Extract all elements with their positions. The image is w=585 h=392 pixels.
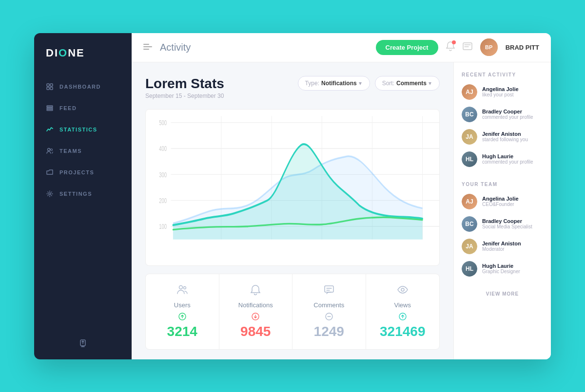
activity-item: AJ Angelina Jolie liked your post — [462, 84, 543, 100]
logo: DIONE — [34, 33, 132, 71]
content-area: Lorem Stats September 15 - September 30 … — [132, 62, 551, 359]
page-title: Activity — [160, 42, 376, 53]
sidebar-item-teams[interactable]: Teams — [34, 140, 132, 162]
team-role: Social Media Specialist — [482, 224, 532, 229]
activity-action: starded following you — [482, 137, 528, 142]
views-stat-icon — [397, 284, 409, 299]
sidebar-right: Recent Activity AJ Angelina Jolie liked … — [453, 62, 551, 359]
sort-value: Comments — [396, 80, 427, 87]
svg-rect-2 — [47, 87, 49, 90]
menu-icon[interactable] — [143, 42, 152, 53]
sidebar-item-projects[interactable]: Projects — [34, 162, 132, 183]
svg-text:300: 300 — [159, 170, 167, 179]
team-name: Angelina Jolie — [482, 196, 519, 202]
team-text: Angelina Jolie CEO&Founder — [482, 196, 519, 207]
stat-cards: Users 3214 — [145, 274, 440, 350]
team-text: Jenifer Aniston Moderator — [482, 241, 521, 252]
team-text: Hugh Laurie Graphic Designer — [482, 263, 520, 274]
avatar: AJ — [462, 194, 477, 209]
team-name: Bradley Cooper — [482, 218, 532, 224]
views-value: 321469 — [380, 324, 425, 339]
svg-point-9 — [49, 193, 51, 195]
folder-icon — [46, 168, 54, 176]
sidebar-item-label: Feed — [59, 105, 77, 111]
grid-icon — [46, 83, 54, 91]
team-section: Your Team AJ Angelina Jolie CEO&Founder … — [462, 182, 543, 283]
svg-text:100: 100 — [159, 223, 167, 231]
svg-text:500: 500 — [159, 118, 167, 127]
avatar: BC — [462, 107, 477, 122]
notif-stat-icon — [250, 284, 261, 299]
activity-text: Angelina Jolie liked your post — [482, 86, 519, 97]
users-icon — [46, 147, 54, 155]
view-more-button[interactable]: View More — [486, 291, 519, 297]
team-item: JA Jenifer Aniston Moderator — [462, 239, 543, 254]
create-project-button[interactable]: Create Project — [376, 40, 438, 55]
svg-rect-6 — [47, 109, 53, 111]
activity-action: liked your post — [482, 92, 519, 97]
header-actions: Create Project BP BRA — [376, 38, 540, 56]
chevron-down-icon: ▾ — [429, 80, 431, 87]
users-trend — [178, 313, 186, 322]
svg-rect-5 — [47, 107, 53, 109]
avatar: HL — [462, 151, 477, 167]
team-role: Moderator — [482, 246, 521, 252]
svg-text:400: 400 — [159, 145, 167, 153]
sidebar-item-statistics[interactable]: Statistics — [34, 119, 132, 140]
notification-bell[interactable] — [446, 41, 455, 54]
stats-title-group: Lorem Stats September 15 - September 30 — [145, 76, 298, 99]
share-icon[interactable] — [78, 339, 87, 350]
activity-action: commented your profile — [482, 159, 533, 165]
svg-rect-3 — [50, 87, 53, 90]
sidebar-nav: Dashboard Feed Statistic — [34, 71, 132, 329]
type-value: Notifications — [321, 80, 357, 87]
sidebar-item-settings[interactable]: Settings — [34, 183, 132, 205]
stat-card-users: Users 3214 — [146, 274, 219, 349]
sidebar-item-label: Teams — [59, 148, 82, 154]
recent-activity-title: Recent Activity — [462, 72, 543, 77]
sidebar-item-dashboard[interactable]: Dashboard — [34, 76, 132, 97]
svg-rect-11 — [463, 43, 472, 50]
avatar: BP — [480, 38, 498, 56]
activity-item: BC Bradley Cooper commented your profile — [462, 107, 543, 122]
team-name: Hugh Laurie — [482, 263, 520, 269]
main-area: Activity Create Project — [132, 33, 551, 359]
activity-name: Bradley Cooper — [482, 109, 533, 114]
team-role: CEO&Founder — [482, 202, 519, 207]
sidebar-item-label: Projects — [59, 169, 94, 175]
users-stat-icon — [176, 284, 188, 299]
notif-value: 9845 — [240, 324, 271, 339]
svg-text:200: 200 — [159, 196, 167, 205]
chart-icon — [46, 126, 54, 133]
sidebar-item-feed[interactable]: Feed — [34, 97, 132, 119]
svg-rect-31 — [325, 286, 333, 292]
your-team-title: Your Team — [462, 182, 543, 187]
chart-area: 500 400 300 200 100 — [145, 109, 440, 266]
user-name: BRAD PITT — [506, 44, 539, 51]
stats-header: Lorem Stats September 15 - September 30 … — [145, 76, 440, 99]
team-item: BC Bradley Cooper Social Media Specialis… — [462, 216, 543, 232]
notif-label: Notifications — [238, 301, 273, 309]
notification-dot — [452, 40, 456, 44]
team-item: AJ Angelina Jolie CEO&Founder — [462, 194, 543, 209]
team-item: HL Hugh Laurie Graphic Designer — [462, 261, 543, 277]
svg-rect-4 — [47, 106, 53, 107]
app-header: Activity Create Project — [132, 33, 551, 62]
activity-item: JA Jenifer Aniston starded following you — [462, 129, 543, 145]
sidebar-footer — [34, 329, 132, 359]
avatar: JA — [462, 239, 477, 254]
svg-point-8 — [51, 149, 53, 150]
svg-point-27 — [179, 285, 182, 289]
type-select[interactable]: Type: Notifications ▾ — [298, 76, 370, 91]
team-name: Jenifer Aniston — [482, 241, 521, 246]
svg-point-7 — [48, 148, 50, 150]
notif-trend — [252, 313, 259, 322]
message-icon[interactable] — [463, 42, 472, 53]
gear-icon — [46, 190, 54, 198]
team-role: Graphic Designer — [482, 269, 520, 274]
activity-name: Angelina Jolie — [482, 86, 519, 92]
layers-icon — [46, 104, 54, 112]
sort-select[interactable]: Sort: Comments ▾ — [375, 76, 440, 91]
users-label: Users — [174, 301, 191, 309]
activity-text: Jenifer Aniston starded following you — [482, 131, 528, 142]
